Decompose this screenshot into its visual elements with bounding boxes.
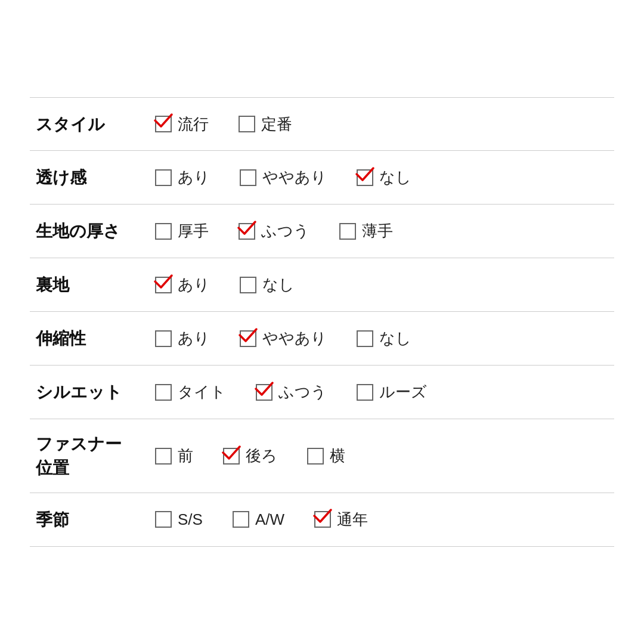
unchecked-checkbox	[155, 511, 172, 528]
label-silhouette: シルエット	[36, 380, 155, 404]
option-label: 通年	[337, 509, 368, 530]
option-label: ややあり	[262, 167, 327, 188]
option-lining-0[interactable]: あり	[155, 274, 210, 295]
option-silhouette-1[interactable]: ふつう	[256, 382, 327, 402]
unchecked-checkbox	[307, 448, 324, 465]
row-fastener: ファスナー 位置 前 後ろ 横	[30, 419, 614, 493]
label-lining: 裏地	[36, 273, 155, 296]
checked-checkbox	[155, 116, 172, 132]
option-style-0[interactable]: 流行	[155, 114, 209, 135]
unchecked-checkbox	[155, 448, 172, 465]
option-transparency-0[interactable]: あり	[155, 167, 210, 188]
option-label: ふつう	[261, 221, 309, 242]
option-label: ルーズ	[379, 382, 427, 402]
option-label: なし	[379, 167, 411, 188]
label-style: スタイル	[36, 113, 155, 136]
label-fastener: ファスナー 位置	[36, 432, 155, 479]
label-thickness: 生地の厚さ	[36, 219, 155, 243]
option-label: 前	[178, 445, 193, 466]
option-thickness-0[interactable]: 厚手	[155, 221, 209, 242]
options-transparency: あり ややあり なし	[155, 167, 608, 188]
options-season: S/S A/W 通年	[155, 509, 608, 530]
option-fastener-0[interactable]: 前	[155, 445, 193, 466]
unchecked-checkbox	[239, 116, 255, 132]
checkmark-icon	[236, 217, 259, 240]
unchecked-checkbox	[155, 223, 172, 240]
option-style-1[interactable]: 定番	[239, 114, 292, 135]
option-label: ややあり	[262, 328, 327, 349]
checkmark-icon	[312, 505, 335, 528]
option-label: あり	[178, 167, 210, 188]
checked-checkbox	[240, 330, 256, 347]
option-stretch-1[interactable]: ややあり	[240, 328, 327, 349]
unchecked-checkbox	[155, 384, 172, 401]
option-label: なし	[379, 328, 411, 349]
options-stretch: あり ややあり なし	[155, 328, 608, 349]
option-label: タイト	[178, 382, 226, 402]
option-season-1[interactable]: A/W	[233, 510, 284, 529]
option-thickness-2[interactable]: 薄手	[339, 221, 393, 242]
checkmark-icon	[153, 271, 175, 293]
options-fastener: 前 後ろ 横	[155, 445, 608, 466]
option-season-2[interactable]: 通年	[314, 509, 368, 530]
options-thickness: 厚手 ふつう 薄手	[155, 221, 608, 242]
options-silhouette: タイト ふつう ルーズ	[155, 382, 608, 402]
option-label: 厚手	[178, 221, 209, 242]
unchecked-checkbox	[155, 169, 172, 186]
option-fastener-1[interactable]: 後ろ	[223, 445, 277, 466]
label-season: 季節	[36, 508, 155, 531]
option-label: 定番	[261, 114, 292, 135]
option-transparency-2[interactable]: なし	[357, 167, 411, 188]
unchecked-checkbox	[357, 384, 373, 401]
unchecked-checkbox	[240, 169, 256, 186]
option-label: A/W	[255, 510, 284, 529]
option-label: あり	[178, 328, 210, 349]
checked-checkbox	[256, 384, 273, 401]
row-stretch: 伸縮性 あり ややあり なし	[30, 312, 614, 366]
label-transparency: 透け感	[36, 166, 155, 189]
unchecked-checkbox	[339, 223, 356, 240]
option-label: あり	[178, 274, 210, 295]
option-fastener-2[interactable]: 横	[307, 445, 345, 466]
option-label: なし	[262, 274, 295, 295]
attributes-table: スタイル 流行 定番 透け感 あり ややあり	[30, 97, 614, 546]
row-lining: 裏地 あり なし	[30, 258, 614, 312]
row-transparency: 透け感 あり ややあり なし	[30, 151, 614, 205]
checkmark-icon	[354, 163, 377, 186]
option-silhouette-2[interactable]: ルーズ	[357, 382, 427, 402]
row-silhouette: シルエット タイト ふつう ルーズ	[30, 366, 614, 419]
checked-checkbox	[357, 169, 373, 186]
options-style: 流行 定番	[155, 114, 608, 135]
unchecked-checkbox	[357, 330, 373, 347]
checked-checkbox	[155, 277, 172, 293]
checked-checkbox	[314, 511, 331, 528]
option-lining-1[interactable]: なし	[240, 274, 295, 295]
option-label: 薄手	[362, 221, 393, 242]
option-silhouette-0[interactable]: タイト	[155, 382, 226, 402]
option-label: 後ろ	[246, 445, 277, 466]
row-season: 季節 S/S A/W 通年	[30, 493, 614, 547]
unchecked-checkbox	[233, 511, 249, 528]
checkmark-icon	[253, 378, 276, 401]
unchecked-checkbox	[155, 330, 172, 347]
unchecked-checkbox	[240, 277, 256, 293]
option-label: ふつう	[278, 382, 327, 402]
checked-checkbox	[223, 448, 240, 465]
checked-checkbox	[239, 223, 255, 240]
option-transparency-1[interactable]: ややあり	[240, 167, 327, 188]
row-style: スタイル 流行 定番	[30, 97, 614, 151]
option-stretch-0[interactable]: あり	[155, 328, 210, 349]
option-season-0[interactable]: S/S	[155, 510, 203, 529]
label-stretch: 伸縮性	[36, 327, 155, 350]
checkmark-icon	[221, 442, 243, 465]
checkmark-icon	[237, 324, 260, 347]
row-thickness: 生地の厚さ 厚手 ふつう 薄手	[30, 205, 614, 258]
option-stretch-2[interactable]: なし	[357, 328, 411, 349]
checkmark-icon	[153, 110, 175, 132]
options-lining: あり なし	[155, 274, 608, 295]
option-label: S/S	[178, 510, 203, 529]
option-label: 流行	[178, 114, 209, 135]
option-thickness-1[interactable]: ふつう	[239, 221, 309, 242]
option-label: 横	[330, 445, 345, 466]
